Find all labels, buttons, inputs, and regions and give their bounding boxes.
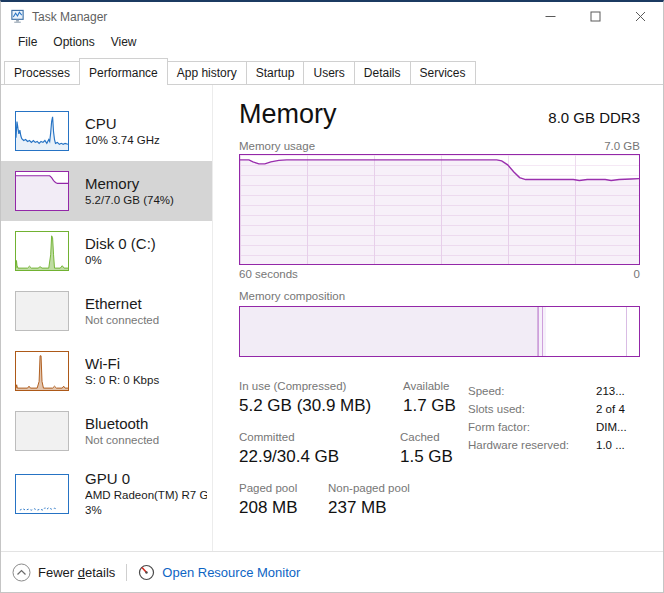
menu-item-view[interactable]: View [103,33,145,51]
sidebar-wifi-title: Wi-Fi [85,355,207,373]
open-resource-monitor-link[interactable]: Open Resource Monitor [138,564,300,581]
app-icon [10,9,25,24]
memory-capacity: 8.0 GB DDR3 [548,109,640,126]
memory-usage-max-label: 7.0 GB [604,140,640,152]
sidebar-item-cpu[interactable]: CPU 10% 3.74 GHz [1,101,212,161]
window-titlebar: Task Manager [1,2,663,31]
minimize-button[interactable] [528,2,573,31]
sidebar-cpu-title: CPU [85,115,207,133]
hardware-reserved-label: Hardware reserved: [468,436,596,454]
form-factor-label: Form factor: [468,418,596,436]
slots-used-value: 2 of 4 [596,400,625,418]
tab-performance[interactable]: Performance [79,58,168,85]
sidebar-memory-title: Memory [85,175,207,193]
composition-standby-divider [626,307,627,356]
sidebar-ethernet-subtitle: Not connected [85,313,207,328]
sidebar-gpu-title: GPU 0 [85,470,207,488]
composition-modified-segment [538,307,546,356]
time-axis-right-label: 0 [634,268,640,280]
memory-hardware-details: Speed: 213... Slots used: 2 of 4 Form fa… [468,379,640,532]
committed-value: 22.9/30.4 GB [239,444,400,470]
form-factor-value: DIM... [596,418,627,436]
wifi-sparkline-icon [15,351,69,391]
gpu-sparkline-icon [15,474,69,514]
sidebar-bluetooth-title: Bluetooth [85,415,207,433]
cpu-sparkline-icon [15,111,69,151]
page-title: Memory [239,99,337,130]
available-label: Available [403,379,456,393]
hardware-reserved-value: 1.0 ... [596,436,625,454]
memory-sparkline-icon [15,171,69,211]
speed-label: Speed: [468,382,596,400]
task-manager-window: Task Manager File Options View Processes… [0,0,664,593]
tab-services[interactable]: Services [410,61,476,84]
bluetooth-thumbnail-icon [15,411,69,451]
composition-in-use-segment [240,307,538,356]
tab-users[interactable]: Users [303,61,354,84]
tab-details[interactable]: Details [354,61,411,84]
menu-item-options[interactable]: Options [45,33,102,51]
memory-composition-bar [239,306,640,357]
sidebar-wifi-subtitle: S: 0 R: 0 Kbps [85,373,207,388]
resource-monitor-icon [138,564,155,581]
close-icon [635,11,646,22]
sidebar-item-bluetooth[interactable]: Bluetooth Not connected [1,401,212,461]
in-use-value: 5.2 GB (30.9 MB) [239,393,403,419]
memory-composition-label: Memory composition [239,290,640,302]
fewer-details-label: Fewer details [38,565,115,580]
sidebar-item-disk0[interactable]: Disk 0 (C:) 0% [1,221,212,281]
sidebar-memory-subtitle: 5.2/7.0 GB (74%) [85,193,207,208]
open-resource-monitor-label: Open Resource Monitor [162,565,300,580]
close-button[interactable] [618,2,663,31]
paged-pool-label: Paged pool [239,481,328,495]
menubar: File Options View [1,31,663,53]
time-axis-left-label: 60 seconds [239,268,298,280]
maximize-button[interactable] [573,2,618,31]
maximize-icon [590,11,601,22]
committed-label: Committed [239,430,400,444]
sidebar-disk-subtitle: 0% [85,253,207,268]
sidebar-item-gpu0[interactable]: GPU 0 AMD Radeon(TM) R7 Gr 3% [1,461,212,527]
performance-sidebar: CPU 10% 3.74 GHz Memory 5.2/7.0 GB (74%) [1,85,213,551]
tabstrip: Processes Performance App history Startu… [1,53,663,85]
fewer-details-button[interactable]: Fewer details [12,563,115,582]
memory-stats: In use (Compressed) 5.2 GB (30.9 MB) Ava… [239,379,456,532]
memory-panel: Memory 8.0 GB DDR3 Memory usage 7.0 GB 6… [213,85,663,551]
cached-label: Cached [400,430,453,444]
sidebar-item-ethernet[interactable]: Ethernet Not connected [1,281,212,341]
sidebar-ethernet-title: Ethernet [85,295,207,313]
sidebar-disk-title: Disk 0 (C:) [85,235,207,253]
minimize-icon [545,11,556,22]
sidebar-bluetooth-subtitle: Not connected [85,433,207,448]
sidebar-gpu-percent: 3% [85,503,207,518]
tab-startup[interactable]: Startup [246,61,305,84]
sidebar-item-memory[interactable]: Memory 5.2/7.0 GB (74%) [1,161,212,221]
memory-usage-chart [239,154,640,265]
tab-app-history[interactable]: App history [167,61,247,84]
menu-item-file[interactable]: File [10,33,45,51]
available-value: 1.7 GB [403,393,456,419]
window-title: Task Manager [32,10,107,24]
footer-divider [126,564,127,581]
nonpaged-pool-value: 237 MB [328,495,410,521]
nonpaged-pool-label: Non-paged pool [328,481,410,495]
sidebar-item-wifi[interactable]: Wi-Fi S: 0 R: 0 Kbps [1,341,212,401]
memory-usage-label: Memory usage [239,140,315,152]
in-use-label: In use (Compressed) [239,379,403,393]
sidebar-cpu-subtitle: 10% 3.74 GHz [85,133,207,148]
ethernet-thumbnail-icon [15,291,69,331]
disk-sparkline-icon [15,231,69,271]
chevron-up-icon [12,563,31,582]
tab-processes[interactable]: Processes [4,61,80,84]
speed-value: 213... [596,382,625,400]
slots-used-label: Slots used: [468,400,596,418]
footer-bar: Fewer details Open Resource Monitor [1,551,663,592]
sidebar-gpu-subtitle: AMD Radeon(TM) R7 Gr [85,488,207,503]
cached-value: 1.5 GB [400,444,453,470]
paged-pool-value: 208 MB [239,495,328,521]
